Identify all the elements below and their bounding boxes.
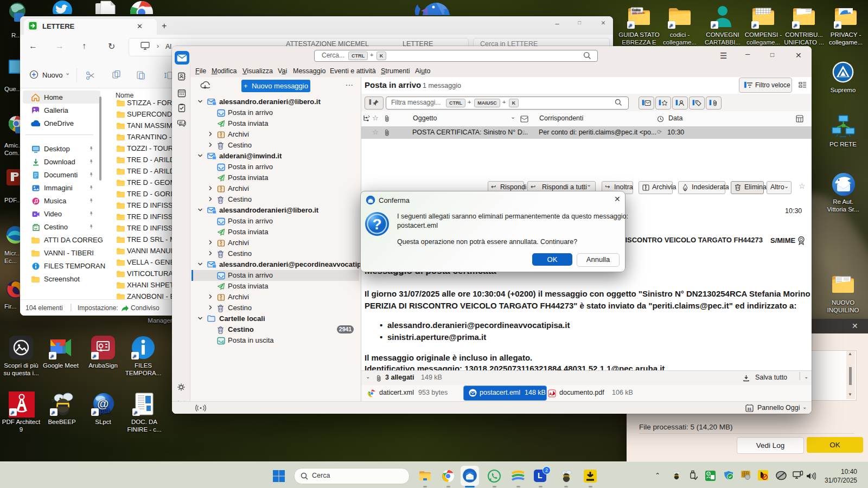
svg-text:A: A [549,391,552,396]
svg-text:?: ? [373,216,382,233]
svg-text:31: 31 [747,407,751,412]
svg-text:Codice: Codice [632,9,641,11]
svg-text:pct: pct [99,407,110,415]
